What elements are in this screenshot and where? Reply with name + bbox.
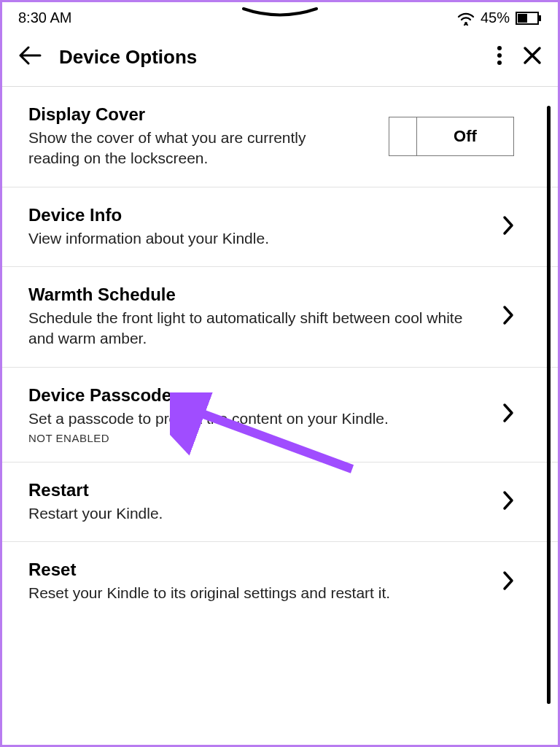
item-title: Reset bbox=[28, 560, 489, 580]
status-time: 8:30 AM bbox=[18, 9, 71, 26]
toggle-label: Off bbox=[417, 127, 513, 146]
settings-list: Display Cover Show the cover of what you… bbox=[2, 87, 558, 622]
item-desc: Set a passcode to protect the content on… bbox=[28, 409, 489, 429]
svg-rect-2 bbox=[539, 15, 541, 21]
toggle-knob bbox=[389, 117, 417, 155]
item-reset[interactable]: Reset Reset your Kindle to its original … bbox=[2, 542, 558, 621]
scrollbar[interactable] bbox=[547, 106, 551, 704]
page-title: Device Options bbox=[59, 46, 497, 69]
item-desc: Restart your Kindle. bbox=[28, 503, 489, 524]
svg-point-4 bbox=[497, 46, 502, 50]
chevron-right-icon bbox=[502, 570, 514, 594]
display-cover-toggle[interactable]: Off bbox=[389, 117, 514, 156]
item-desc: View information about your Kindle. bbox=[28, 228, 489, 249]
item-restart[interactable]: Restart Restart your Kindle. bbox=[2, 462, 558, 542]
item-status: NOT ENABLED bbox=[28, 432, 489, 444]
back-button[interactable] bbox=[18, 46, 42, 68]
svg-point-0 bbox=[464, 22, 467, 25]
item-device-info[interactable]: Device Info View information about your … bbox=[2, 187, 558, 267]
svg-point-5 bbox=[497, 53, 502, 58]
battery-icon bbox=[516, 11, 542, 26]
device-frame: 8:30 AM 45% Device Options bbox=[0, 0, 560, 747]
item-device-passcode[interactable]: Device Passcode Set a passcode to protec… bbox=[2, 368, 558, 462]
item-display-cover: Display Cover Show the cover of what you… bbox=[2, 87, 558, 187]
item-warmth-schedule[interactable]: Warmth Schedule Schedule the front light… bbox=[2, 267, 558, 368]
chevron-right-icon bbox=[502, 403, 514, 426]
battery-percent: 45% bbox=[481, 9, 510, 26]
item-title: Restart bbox=[28, 480, 489, 500]
wifi-icon bbox=[457, 11, 475, 26]
notch-icon bbox=[240, 7, 320, 23]
item-title: Device Passcode bbox=[28, 385, 489, 406]
svg-point-6 bbox=[497, 61, 502, 65]
chevron-right-icon bbox=[502, 215, 514, 239]
item-title: Device Info bbox=[28, 205, 489, 225]
item-title: Warmth Schedule bbox=[28, 285, 489, 305]
status-right: 45% bbox=[457, 9, 542, 26]
item-title: Display Cover bbox=[28, 104, 376, 125]
svg-rect-3 bbox=[518, 14, 527, 23]
item-desc: Reset your Kindle to its original settin… bbox=[28, 583, 489, 603]
chevron-right-icon bbox=[502, 305, 514, 328]
more-menu-icon[interactable] bbox=[497, 45, 502, 69]
item-desc: Schedule the front light to automaticall… bbox=[28, 308, 489, 349]
close-button[interactable] bbox=[523, 46, 542, 68]
item-desc: Show the cover of what you are currently… bbox=[28, 128, 320, 169]
chevron-right-icon bbox=[502, 490, 514, 514]
page-header: Device Options bbox=[2, 31, 558, 87]
